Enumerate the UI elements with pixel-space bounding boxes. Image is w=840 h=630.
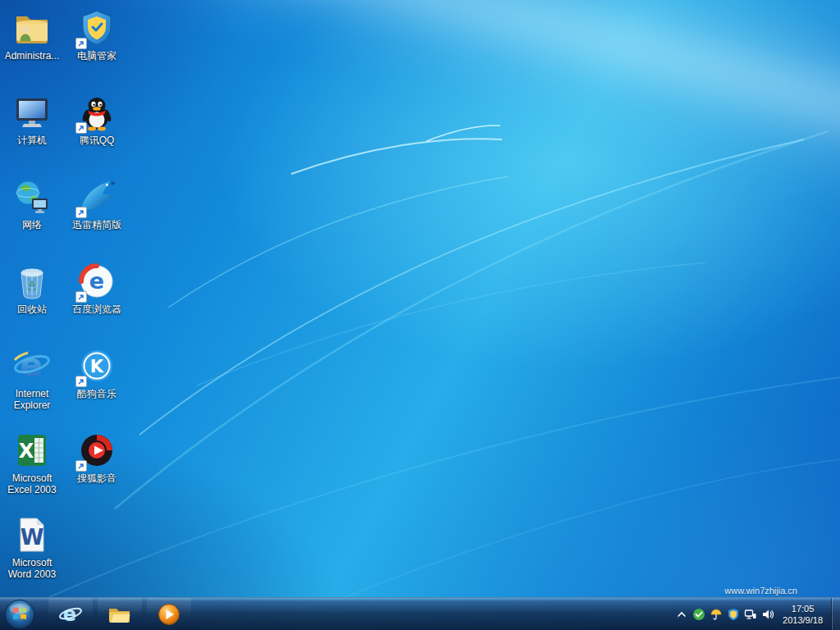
internet-explorer-icon: e: [12, 346, 52, 386]
desktop-icon-internet-explorer[interactable]: e Internet Explorer: [0, 341, 64, 426]
volume-icon: [761, 608, 774, 621]
tray-hidden-icons-button[interactable]: [673, 598, 690, 630]
excel-icon: X: [12, 431, 52, 470]
desktop-icon-label: 百度浏览器: [72, 304, 121, 315]
svg-text:X: X: [19, 440, 34, 463]
baidu-browser-icon: e: [77, 262, 116, 301]
tray-clock[interactable]: 17:05 2013/9/18: [776, 603, 831, 626]
windows-logo-icon: [4, 599, 35, 630]
desktop-icon-label: Internet Explorer: [1, 388, 63, 411]
internet-explorer-icon: e: [58, 602, 83, 627]
desktop-icon-baidu-browser[interactable]: e 百度浏览器: [65, 257, 129, 341]
desktop-icon-label: 腾讯QQ: [80, 135, 115, 146]
show-desktop-button[interactable]: [831, 598, 840, 630]
svg-text:e: e: [89, 268, 104, 294]
sohu-video-icon: [77, 431, 116, 470]
clock-time: 17:05: [783, 603, 823, 614]
desktop-icon-label: 搜狐影音: [77, 472, 116, 484]
taskbar-app-buttons: e: [46, 598, 194, 630]
word-icon: W: [12, 515, 52, 555]
desktop-icon-label: 酷狗音乐: [77, 388, 116, 399]
user-folder-icon: [12, 8, 52, 48]
umbrella-icon: [710, 608, 723, 621]
desktop-icon-excel[interactable]: X Microsoft Excel 2003: [0, 426, 64, 510]
shortcut-arrow-icon: [75, 376, 87, 387]
taskbar-wmp-button[interactable]: [147, 598, 191, 630]
wallpaper-watermark: www.win7zhijia.cn: [724, 586, 797, 596]
media-player-icon: [157, 602, 181, 627]
taskbar: e: [0, 597, 840, 630]
desktop-icon-administrator[interactable]: Administra...: [0, 3, 64, 88]
desktop-icon-label: Administra...: [5, 50, 60, 62]
shortcut-arrow-icon: [75, 460, 87, 472]
network-globe-icon: [12, 177, 52, 217]
thunder-bird-icon: [77, 177, 116, 217]
svg-text:W: W: [21, 525, 44, 550]
desktop-icon-column-2: 电脑管家 腾讯QQ: [65, 3, 129, 510]
svg-text:e: e: [20, 346, 42, 384]
svg-text:e: e: [63, 603, 76, 626]
desktop-icon-column-1: Administra... 计算机: [0, 3, 64, 595]
desktop-icon-label: 电脑管家: [77, 50, 116, 62]
kugou-music-icon: K: [77, 346, 116, 386]
system-tray: 17:05 2013/9/18: [673, 598, 840, 630]
shortcut-arrow-icon: [75, 207, 87, 218]
desktop-icon-label: 计算机: [17, 135, 47, 146]
desktop-icon-sohu-video[interactable]: 搜狐影音: [65, 426, 129, 510]
explorer-folder-icon: [107, 602, 132, 627]
tray-antivirus-button[interactable]: [707, 598, 724, 630]
tray-network-button[interactable]: [742, 598, 759, 630]
desktop-icon-label: 网络: [22, 219, 42, 231]
desktop-icon-computer[interactable]: 计算机: [0, 88, 64, 172]
desktop-icon-label: 迅雷精简版: [72, 219, 121, 231]
qq-penguin-icon: [77, 93, 116, 132]
svg-text:K: K: [90, 357, 104, 377]
desktop-icon-kugou[interactable]: K 酷狗音乐: [65, 341, 129, 426]
shortcut-arrow-icon: [75, 38, 87, 49]
computer-icon: [12, 93, 52, 132]
desktop-icon-label: Microsoft Excel 2003: [1, 472, 63, 495]
shortcut-arrow-icon: [75, 122, 87, 134]
clock-date: 2013/9/18: [783, 614, 823, 626]
security-check-icon: [692, 608, 705, 621]
tray-pc-manager-button[interactable]: [724, 598, 742, 630]
desktop-icon-pc-manager[interactable]: 电脑管家: [65, 3, 129, 88]
desktop-icon-network[interactable]: 网络: [0, 172, 64, 257]
wallpaper-light-beam: [89, 0, 840, 282]
mini-shield-icon: [727, 608, 740, 621]
desktop-icon-thunder[interactable]: 迅雷精简版: [65, 172, 129, 257]
shortcut-arrow-icon: [75, 291, 87, 303]
taskbar-ie-button[interactable]: e: [48, 598, 93, 630]
start-button[interactable]: [0, 598, 39, 630]
tray-security-button[interactable]: [690, 598, 707, 630]
taskbar-explorer-button[interactable]: [98, 598, 142, 630]
network-icon: [744, 608, 757, 621]
wallpaper-light-beam: [218, 0, 840, 240]
pc-manager-shield-icon: [77, 8, 116, 48]
chevron-up-icon: [675, 608, 688, 621]
desktop-icon-recycle-bin[interactable]: 回收站: [0, 257, 64, 341]
desktop-icon-qq[interactable]: 腾讯QQ: [65, 88, 129, 172]
desktop-icon-word[interactable]: W Microsoft Word 2003: [0, 510, 64, 595]
desktop-icon-label: Microsoft Word 2003: [1, 557, 63, 580]
desktop-icon-label: 回收站: [17, 304, 47, 315]
recycle-bin-icon: [12, 262, 52, 301]
tray-volume-button[interactable]: [759, 598, 776, 630]
